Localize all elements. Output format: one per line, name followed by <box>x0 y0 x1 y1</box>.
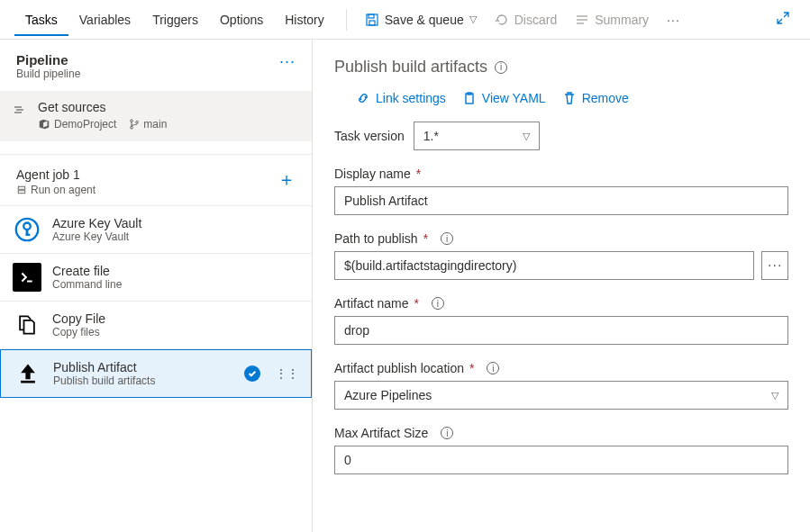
add-task-button[interactable]: ＋ <box>278 167 296 192</box>
task-subtitle: Publish build artifacts <box>53 374 233 387</box>
task-title: Publish Artifact <box>53 360 233 374</box>
task-title: Copy File <box>52 311 299 326</box>
path-input[interactable] <box>334 251 754 280</box>
repo-meta: DemoProject <box>38 118 116 131</box>
clipboard-icon <box>462 91 477 105</box>
summary-button[interactable]: Summary <box>568 9 656 31</box>
pipeline-subtitle: Build pipeline <box>16 68 80 80</box>
terminal-icon <box>13 263 41 292</box>
tab-triggers[interactable]: Triggers <box>141 4 209 36</box>
required-marker: * <box>414 296 418 311</box>
chevron-down-icon: ▽ <box>523 131 530 142</box>
tab-tasks[interactable]: Tasks <box>14 4 68 36</box>
pipeline-header[interactable]: Pipeline Build pipeline ··· <box>0 40 312 91</box>
info-icon[interactable]: i <box>441 427 453 439</box>
task-title: Create file <box>52 264 299 278</box>
svg-rect-2 <box>369 21 375 25</box>
key-vault-icon <box>13 215 41 244</box>
undo-icon <box>495 13 509 27</box>
svg-point-10 <box>131 126 133 129</box>
branch-icon <box>129 119 140 130</box>
task-publish-artifact[interactable]: Publish Artifact Publish build artifacts… <box>0 349 312 398</box>
tab-variables[interactable]: Variables <box>68 4 141 36</box>
svg-point-11 <box>136 121 139 123</box>
required-marker: * <box>416 167 421 181</box>
info-icon[interactable]: i <box>495 61 507 74</box>
task-copy-file[interactable]: Copy File Copy files <box>0 302 312 349</box>
checkmark-icon <box>244 365 260 382</box>
expand-icon[interactable] <box>770 5 796 33</box>
svg-point-9 <box>131 120 133 122</box>
required-marker: * <box>423 231 428 246</box>
pipeline-more-button[interactable]: ··· <box>279 52 296 71</box>
copy-icon <box>13 311 41 339</box>
task-version-label: Task version <box>334 129 405 143</box>
task-version-select[interactable]: 1.* ▽ <box>414 122 540 150</box>
detail-panel: Publish build artifacts i Link settings … <box>313 40 810 532</box>
display-name-label: Display name <box>334 167 411 181</box>
pipeline-title: Pipeline <box>16 52 80 68</box>
discard-button[interactable]: Discard <box>487 9 564 31</box>
top-toolbar: Tasks Variables Triggers Options History… <box>0 0 810 40</box>
path-label: Path to publish <box>334 231 418 246</box>
detail-actions: Link settings View YAML Remove <box>356 91 788 105</box>
agent-job-title: Agent job 1 <box>16 167 96 182</box>
max-size-label: Max Artifact Size <box>334 426 428 440</box>
svg-rect-18 <box>21 381 35 383</box>
artifact-name-input[interactable] <box>334 316 788 345</box>
required-marker: * <box>469 361 474 375</box>
task-subtitle: Copy files <box>52 326 299 338</box>
summary-icon <box>575 13 589 27</box>
task-subtitle: Azure Key Vault <box>52 230 299 243</box>
agent-job-subtitle: Run on agent <box>31 184 96 196</box>
location-label: Artifact publish location <box>334 361 464 375</box>
info-icon[interactable]: i <box>441 232 453 245</box>
branch-meta: main <box>129 118 167 131</box>
separator <box>346 9 347 31</box>
upload-icon <box>14 359 42 388</box>
svg-rect-12 <box>18 186 25 189</box>
task-subtitle: Command line <box>52 278 299 291</box>
azure-devops-icon <box>38 118 50 131</box>
left-panel: Pipeline Build pipeline ··· Get sources … <box>0 40 313 532</box>
drag-handle-icon[interactable]: ⋮⋮ <box>275 366 298 381</box>
svg-rect-13 <box>18 191 25 194</box>
svg-rect-17 <box>26 234 31 236</box>
artifact-name-label: Artifact name <box>334 296 408 311</box>
svg-rect-1 <box>369 14 374 18</box>
remove-button[interactable]: Remove <box>562 91 629 105</box>
get-sources-title: Get sources <box>38 100 167 114</box>
more-actions-button[interactable]: ··· <box>660 9 687 31</box>
task-title: Azure Key Vault <box>52 216 299 230</box>
sources-icon <box>13 103 27 117</box>
tabs: Tasks Variables Triggers Options History <box>14 4 335 36</box>
save-queue-button[interactable]: Save & queue ▽ <box>358 9 484 31</box>
path-browse-button[interactable]: ··· <box>761 251 788 280</box>
get-sources-row[interactable]: Get sources DemoProject main <box>0 91 312 141</box>
info-icon[interactable]: i <box>432 297 444 310</box>
link-icon <box>356 91 370 105</box>
tab-options[interactable]: Options <box>209 4 274 36</box>
location-select[interactable]: Azure Pipelines ▽ <box>334 381 788 410</box>
server-icon <box>16 185 27 195</box>
max-size-input[interactable] <box>334 446 788 474</box>
trash-icon <box>562 91 577 105</box>
task-create-file[interactable]: Create file Command line <box>0 254 312 302</box>
link-settings-button[interactable]: Link settings <box>356 91 446 105</box>
save-icon <box>365 13 379 27</box>
agent-job-row[interactable]: Agent job 1 Run on agent ＋ <box>0 154 312 206</box>
display-name-input[interactable] <box>334 186 788 215</box>
tab-history[interactable]: History <box>274 4 335 36</box>
save-queue-label: Save & queue <box>385 13 464 27</box>
chevron-down-icon: ▽ <box>469 14 477 25</box>
summary-label: Summary <box>595 13 649 27</box>
info-icon[interactable]: i <box>487 362 499 374</box>
discard-label: Discard <box>514 13 557 27</box>
view-yaml-button[interactable]: View YAML <box>462 91 546 105</box>
chevron-down-icon: ▽ <box>771 390 778 401</box>
detail-title: Publish build artifacts <box>334 58 487 77</box>
svg-point-15 <box>23 223 31 230</box>
task-azure-key-vault[interactable]: Azure Key Vault Azure Key Vault <box>0 206 312 254</box>
task-list: Azure Key Vault Azure Key Vault Create f… <box>0 206 312 398</box>
